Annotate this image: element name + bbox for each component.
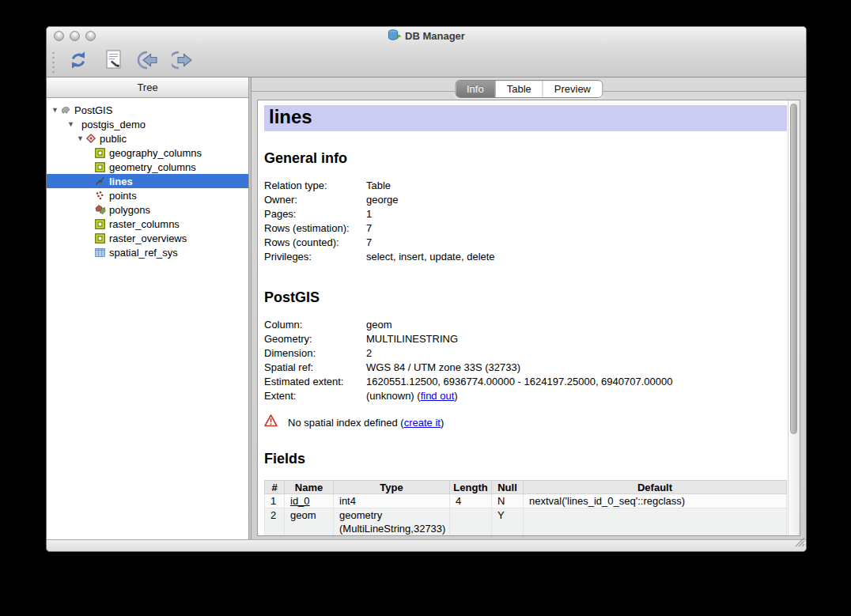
- field-name-link[interactable]: id_0: [290, 495, 310, 507]
- tree-item-label: PostGIS: [74, 104, 112, 116]
- postgis-elephant-icon: [59, 104, 71, 115]
- tree-item-label: lines: [109, 176, 133, 187]
- disclosure-triangle-icon[interactable]: ▼: [66, 120, 75, 128]
- export-arrow-icon: [172, 51, 194, 73]
- general-info-rows: Relation type:Table Owner:george Pages:1…: [264, 179, 788, 264]
- info-value: Table: [366, 179, 391, 193]
- scrollbar-thumb[interactable]: [790, 104, 797, 434]
- col-name: Name: [285, 481, 334, 494]
- disclosure-triangle-icon[interactable]: ▼: [76, 134, 85, 142]
- info-value: 1: [366, 207, 372, 221]
- tree-item-label: geometry_columns: [109, 161, 196, 173]
- tree-panel-header: Tree: [47, 77, 248, 98]
- tree-item-points[interactable]: points: [47, 188, 248, 202]
- toolbar-drag-handle[interactable]: [51, 50, 55, 74]
- info-value: geom: [366, 318, 392, 332]
- tree-item-lines[interactable]: lines: [47, 174, 248, 188]
- info-label: Dimension:: [264, 346, 366, 361]
- resize-grip-icon[interactable]: [795, 536, 805, 550]
- polygon-layer-icon: [94, 204, 106, 215]
- status-bar: [47, 539, 806, 551]
- info-view: lines General info Relation type:Table O…: [257, 100, 800, 536]
- fields-table: # Name Type Length Null Default 1 id_0 i…: [264, 480, 787, 535]
- import-layer-button[interactable]: [136, 50, 160, 74]
- tab-table[interactable]: Table: [496, 81, 543, 97]
- find-out-link[interactable]: find out: [421, 390, 455, 402]
- info-label: Owner:: [264, 193, 366, 207]
- col-num: #: [265, 481, 285, 494]
- view-tabs: Info Table Preview: [455, 80, 603, 98]
- db-manager-app-icon: [388, 29, 401, 43]
- info-label: Extent:: [264, 389, 366, 403]
- tree-item-polygons[interactable]: polygons: [47, 202, 248, 217]
- window-chrome: DB Manager: [47, 27, 806, 77]
- info-label: Column:: [264, 318, 366, 332]
- tree-item-raster-overviews[interactable]: raster_overviews: [47, 231, 248, 245]
- info-value: WGS 84 / UTM zone 33S (32733): [366, 361, 520, 375]
- toolbar: [47, 45, 806, 77]
- tree-item-geography-columns[interactable]: geography_columns: [47, 145, 248, 160]
- general-info-heading: General info: [264, 150, 788, 167]
- fields-header-row: # Name Type Length Null Default: [265, 481, 787, 494]
- tree-panel: Tree ▼ PostGIS ▼ postgis_demo ▼: [47, 77, 248, 539]
- info-label: Privileges:: [264, 250, 366, 264]
- info-value: 7: [366, 221, 372, 236]
- layer-square-icon: [94, 232, 106, 244]
- tree-item-label: raster_overviews: [109, 232, 187, 244]
- table-grid-icon: [94, 247, 106, 258]
- info-value: select, insert, update, delete: [366, 250, 495, 264]
- table-row: 2 geom geometry (MultiLineString,32733) …: [265, 508, 787, 536]
- col-default: Default: [524, 481, 787, 494]
- table-row: 1 id_0 int4 4 N nextval('lines_id_0_seq'…: [265, 494, 787, 508]
- col-type: Type: [334, 481, 450, 494]
- info-label: Geometry:: [264, 332, 366, 346]
- info-value: 1620551.12500, 6936774.00000 - 1624197.2…: [366, 375, 673, 389]
- db-manager-window: DB Manager: [46, 26, 807, 552]
- disclosure-triangle-icon[interactable]: ▼: [51, 106, 59, 114]
- schema-diamond-icon: [85, 133, 96, 144]
- vertical-scrollbar[interactable]: [788, 100, 800, 535]
- tree-item-label: postgis_demo: [81, 119, 146, 130]
- page-title: lines: [264, 105, 787, 131]
- tree-item-label: points: [109, 190, 137, 202]
- info-label: Rows (estimation):: [264, 221, 366, 236]
- tree-item-public[interactable]: ▼ public: [47, 131, 248, 145]
- export-layer-button[interactable]: [171, 50, 195, 74]
- tree-item-postgis[interactable]: ▼ PostGIS: [47, 103, 248, 117]
- tree[interactable]: ▼ PostGIS ▼ postgis_demo ▼ publ: [47, 98, 248, 539]
- tree-item-label: geography_columns: [109, 147, 202, 159]
- warning-text: No spatial index defined (create it): [288, 416, 444, 430]
- titlebar[interactable]: DB Manager: [47, 27, 806, 45]
- warning-icon: [264, 414, 278, 431]
- tree-item-label: polygons: [109, 204, 150, 216]
- layer-square-icon: [94, 147, 106, 158]
- window-title: DB Manager: [405, 30, 465, 42]
- info-label: Relation type:: [264, 179, 366, 193]
- line-layer-icon: [94, 176, 106, 187]
- tree-item-label: public: [100, 133, 127, 145]
- info-label: Pages:: [264, 207, 366, 221]
- sql-window-icon: [105, 50, 122, 73]
- col-length: Length: [450, 481, 492, 494]
- fields-heading: Fields: [264, 451, 788, 467]
- refresh-icon: [68, 50, 89, 74]
- tree-item-spatial-ref-sys[interactable]: spatial_ref_sys: [47, 245, 248, 259]
- tab-info[interactable]: Info: [456, 81, 496, 97]
- create-it-link[interactable]: create it: [404, 417, 441, 429]
- tree-item-postgis-demo[interactable]: ▼ postgis_demo: [47, 117, 248, 131]
- tree-item-raster-columns[interactable]: raster_columns: [47, 217, 248, 231]
- info-value: 7: [366, 236, 372, 250]
- refresh-button[interactable]: [66, 50, 90, 74]
- tab-preview[interactable]: Preview: [543, 81, 602, 97]
- info-value: MULTILINESTRING: [366, 332, 458, 346]
- info-value: 2: [366, 346, 372, 361]
- tree-item-geometry-columns[interactable]: geometry_columns: [47, 160, 248, 174]
- tree-item-label: raster_columns: [109, 218, 180, 230]
- sql-window-button[interactable]: [101, 50, 125, 74]
- tree-item-label: spatial_ref_sys: [109, 247, 178, 259]
- info-label: Spatial ref:: [264, 361, 366, 375]
- postgis-heading: PostGIS: [264, 289, 788, 306]
- col-null: Null: [492, 481, 524, 494]
- import-arrow-icon: [137, 51, 159, 73]
- layer-square-icon: [94, 161, 106, 172]
